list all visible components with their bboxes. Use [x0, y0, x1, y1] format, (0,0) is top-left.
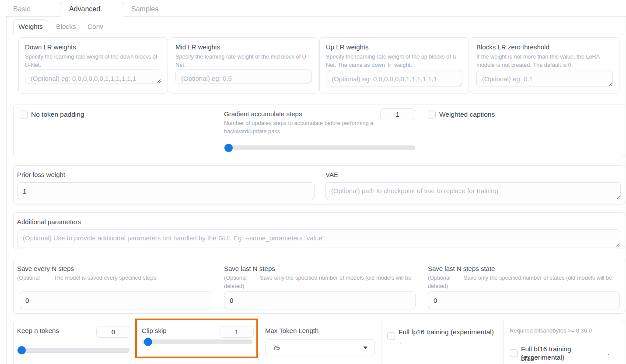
- tab-basic[interactable]: Basic: [6, 3, 54, 16]
- save-every-n-steps-input[interactable]: [20, 291, 211, 309]
- save-steps-row: Save every N steps (OptionalThe model is…: [13, 259, 625, 314]
- subtabbar-divider: [8, 34, 626, 34]
- weighted-captions-cell: Weighted captions: [422, 104, 626, 157]
- blocks-lr-zero-threshold-group: Blocks LR zero threshold If the weight i…: [470, 37, 619, 94]
- bitsandbytes-required-info: Required bitsandbytes >= 0.36.0: [510, 326, 592, 335]
- max-token-length-cell: Max Token Length 75: [259, 320, 381, 364]
- full-bf16-label[interactable]: Full bf16 training (experimental): [521, 345, 615, 361]
- down-lr-weights-label: Down LR weights: [25, 43, 161, 52]
- vae-label: VAE: [325, 170, 338, 179]
- save-last-n-steps-info: Save only the specified number of models…: [224, 274, 411, 289]
- keep-n-tokens-slider[interactable]: [17, 348, 129, 353]
- full-fp16-checkbox[interactable]: [387, 332, 395, 340]
- gradient-accumulate-label: Gradient accumulate steps: [224, 110, 302, 118]
- up-lr-weights-input[interactable]: [326, 70, 462, 87]
- prior-loss-weight-label: Prior loss weight: [17, 170, 65, 179]
- subtab-weights[interactable]: Weights: [13, 19, 48, 34]
- prior-vae-row: Prior loss weight VAE: [13, 165, 625, 205]
- tab-samples[interactable]: Samples: [124, 3, 172, 16]
- save-last-n-steps-state-cell: Save last N steps state (OptionalSave on…: [422, 259, 626, 313]
- save-last-n-steps-label: Save last N steps: [224, 264, 275, 273]
- mid-lr-weights-label: Mid LR weights: [175, 43, 312, 52]
- full-bf16-checkbox[interactable]: [510, 349, 518, 357]
- max-token-length-dropdown[interactable]: 75: [265, 339, 375, 356]
- dropdown-caret-icon: [363, 347, 367, 349]
- full-bf16-sub-label: bf16: [521, 354, 534, 363]
- mid-lr-weights-info: Specify the learning rate weight of the …: [175, 52, 312, 69]
- additional-parameters-input[interactable]: [17, 229, 620, 247]
- subtab-content-left-border: [8, 34, 8, 364]
- no-token-padding-cell: No token padding: [14, 104, 218, 157]
- max-token-length-value: 75: [273, 344, 280, 351]
- save-last-n-steps-state-input[interactable]: [428, 291, 620, 309]
- full-bf16-cell: Required bitsandbytes >= 0.36.0 Full bf1…: [504, 320, 626, 364]
- gradient-accumulate-cell: Gradient accumulate steps Number of upda…: [218, 104, 422, 157]
- keep-n-tokens-slider-thumb[interactable]: [17, 346, 26, 354]
- tab-content-left-border: [6, 16, 7, 364]
- keep-n-tokens-cell: Keep n tokens: [14, 320, 136, 364]
- save-last-n-steps-state-label: Save last N steps state: [428, 264, 495, 273]
- keep-n-tokens-label: Keep n tokens: [17, 326, 59, 335]
- save-last-n-steps-cell: Save last N steps (OptionalSave only the…: [218, 259, 422, 313]
- clip-token-row: Keep n tokens Clip skip Max Token Length…: [13, 320, 625, 364]
- subtab-blocks[interactable]: Blocks: [49, 21, 83, 34]
- blocks-lr-zero-threshold-input[interactable]: [476, 70, 613, 87]
- up-lr-weights-label: Up LR weights: [326, 43, 462, 52]
- blocks-lr-zero-threshold-info: If the weight is not more than this valu…: [476, 52, 613, 69]
- down-lr-weights-info: Specify the learning rate weight of the …: [25, 52, 161, 69]
- save-every-n-steps-label: Save every N steps: [17, 264, 74, 273]
- gradient-accumulate-value[interactable]: [380, 108, 415, 120]
- full-fp16-label[interactable]: Full fp16 training (experimental): [399, 328, 499, 336]
- no-token-padding-label[interactable]: No token padding: [31, 110, 84, 118]
- mid-lr-weights-input[interactable]: [175, 69, 312, 83]
- save-every-n-steps-info-prefix: (Optional: [17, 274, 40, 281]
- gradient-accumulate-slider[interactable]: [224, 146, 415, 150]
- save-last-n-steps-input[interactable]: [224, 291, 416, 309]
- up-lr-weights-group: Up LR weights Specify the learning rate …: [319, 37, 469, 94]
- full-fp16-cell: Full fp16 training (experimental) .: [381, 320, 504, 364]
- weighted-captions-label[interactable]: Weighted captions: [439, 110, 495, 118]
- down-lr-weights-group: Down LR weights Specify the learning rat…: [18, 37, 168, 94]
- prior-loss-weight-input[interactable]: [17, 182, 315, 200]
- tab-advanced[interactable]: Advanced: [60, 2, 124, 17]
- keep-n-tokens-value[interactable]: [96, 326, 130, 338]
- additional-parameters-label: Additional parameters: [17, 218, 81, 226]
- vae-input[interactable]: [325, 182, 621, 200]
- additional-parameters-row: Additional parameters: [13, 212, 625, 249]
- down-lr-weights-input[interactable]: [25, 69, 161, 83]
- save-every-n-steps-info: The model is saved every specified steps: [54, 274, 156, 281]
- mid-lr-weights-group: Mid LR weights Specify the learning rate…: [169, 37, 318, 94]
- save-every-n-steps-cell: Save every N steps (OptionalThe model is…: [14, 259, 218, 313]
- token-options-row: No token padding Gradient accumulate ste…: [13, 104, 625, 157]
- blocks-lr-zero-threshold-label: Blocks LR zero threshold: [476, 43, 613, 52]
- save-last-n-steps-state-info-prefix: (Optional: [428, 274, 451, 281]
- no-token-padding-checkbox[interactable]: [20, 111, 28, 118]
- advanced-settings-page: Basic Advanced Samples Weights Blocks Co…: [0, 0, 626, 364]
- max-token-length-label: Max Token Length: [265, 326, 318, 335]
- subtab-conv[interactable]: Conv: [81, 21, 109, 34]
- weighted-captions-checkbox[interactable]: [428, 111, 436, 118]
- save-last-n-steps-state-info: Save only the specified number of states…: [428, 274, 612, 289]
- full-fp16-note: .: [399, 339, 401, 346]
- clip-skip-slider[interactable]: [142, 340, 252, 344]
- clip-skip-cell: Clip skip: [136, 320, 259, 364]
- full-bf16-note: .: [608, 349, 609, 356]
- vae-cell: VAE: [320, 166, 626, 204]
- prior-loss-weight-cell: Prior loss weight: [14, 166, 320, 204]
- up-lr-weights-info: Specify the learning rate weight of the …: [326, 52, 462, 69]
- gradient-accumulate-slider-thumb[interactable]: [224, 144, 233, 152]
- gradient-accumulate-info: Number of updates steps to accumulate be…: [224, 119, 377, 136]
- clip-skip-label: Clip skip: [142, 326, 167, 335]
- clip-skip-value[interactable]: [220, 326, 254, 338]
- save-last-n-steps-info-prefix: (Optional: [224, 274, 247, 281]
- clip-skip-slider-thumb[interactable]: [144, 338, 152, 346]
